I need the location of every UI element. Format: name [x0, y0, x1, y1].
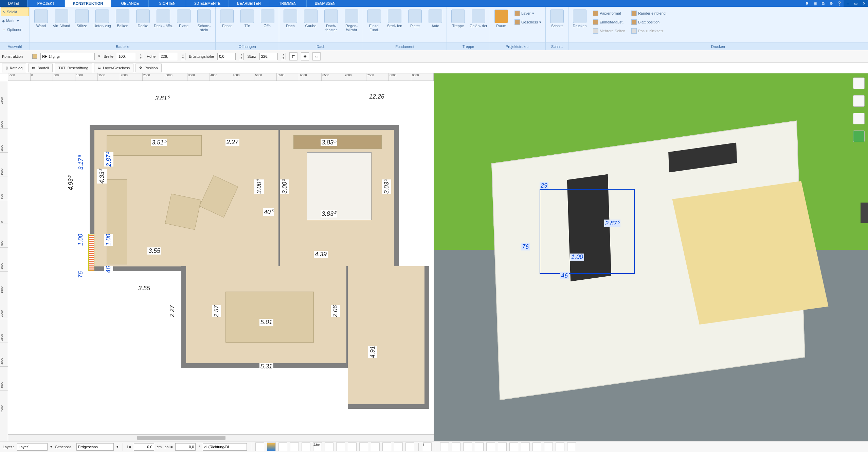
house-3d[interactable] — [491, 121, 805, 400]
hand-icon[interactable] — [405, 442, 414, 451]
furniture-bed[interactable] — [307, 152, 372, 220]
balken-button[interactable]: Balken — [113, 8, 132, 42]
tab-gelaende[interactable]: GELÄNDE — [111, 0, 149, 7]
window-restore[interactable]: ▭ — [852, 0, 860, 7]
papierformat-button[interactable]: Papierformat — [591, 9, 627, 18]
eye-icon[interactable] — [394, 442, 403, 451]
dl-input[interactable] — [203, 443, 247, 451]
treppe-button[interactable]: Treppe — [448, 8, 468, 42]
anchor-icon[interactable]: ◆ — [301, 52, 309, 60]
info-icon[interactable]: i — [423, 442, 432, 451]
sturz-input[interactable] — [259, 53, 278, 60]
geschoss-select[interactable] — [76, 443, 114, 451]
canvas-2d[interactable]: 3.81⁵ 12.26 3.51⁵ 2.27 3.83⁵ 4.93⁵ 3.17⁵… — [8, 81, 434, 434]
scrollbar-horizontal[interactable] — [8, 434, 434, 441]
tab-2d-elemente[interactable]: 2D-ELEMENTE — [186, 0, 229, 7]
dash-icon[interactable] — [290, 442, 299, 451]
window-3d[interactable] — [668, 143, 737, 173]
mehrere-seiten-button[interactable]: Mehrere Seiten — [591, 27, 627, 35]
rect2-icon[interactable] — [359, 442, 368, 451]
tab-datei[interactable]: DATEI — [0, 0, 28, 7]
breite-input[interactable] — [117, 53, 135, 60]
tab-projekt[interactable]: PROJEKT — [28, 0, 65, 7]
element-select[interactable] — [40, 53, 95, 60]
vp6-icon[interactable] — [498, 442, 507, 451]
position-button[interactable]: ✥Position — [135, 64, 161, 72]
fenster-button[interactable]: Fenst — [217, 8, 237, 42]
gelaender-button[interactable]: Gelän- der — [469, 8, 488, 42]
tab-trimmen[interactable]: TRIMMEN — [269, 0, 307, 7]
help-icon[interactable]: ❔ — [835, 0, 844, 7]
layer-icon[interactable] — [371, 442, 380, 451]
swap-icon[interactable]: ⇄ — [289, 52, 297, 60]
einheit-button[interactable]: Einheit/Maßst. — [591, 18, 627, 27]
hoehe-input[interactable] — [159, 53, 177, 60]
align-icon[interactable]: ▭ — [312, 52, 321, 60]
streifen-button[interactable]: Strei- fen — [385, 8, 404, 42]
wand-button[interactable]: Wand — [31, 8, 51, 42]
vp11-icon[interactable] — [556, 442, 564, 451]
drucken-button[interactable]: Drucken — [570, 8, 590, 42]
vp1-icon[interactable] — [440, 442, 449, 451]
dachfenster-button[interactable]: Dach- fenster — [321, 8, 341, 42]
tool-icon-d[interactable]: ⚙ — [827, 0, 835, 7]
lines-icon[interactable] — [278, 442, 287, 451]
view-2d[interactable]: -50005001000 1500200025003000 3500400045… — [0, 73, 434, 441]
rect-icon[interactable] — [348, 442, 357, 451]
vp2-icon[interactable] — [452, 442, 460, 451]
furniture-sofa-l[interactable] — [107, 179, 127, 264]
hatch-a-icon[interactable] — [255, 442, 264, 451]
floor-plan[interactable]: 3.81⁵ 12.26 3.51⁵ 2.27 3.83⁵ 4.93⁵ 3.17⁵… — [69, 94, 416, 373]
regenfallrohr-button[interactable]: Regen- fallrohr — [342, 8, 361, 42]
window-minimize[interactable]: – — [844, 0, 852, 7]
chair-icon[interactable] — [853, 95, 865, 107]
grid-icon[interactable] — [336, 442, 345, 451]
oeffnung-button[interactable]: Öffn. — [258, 8, 277, 42]
bruest-spinner[interactable]: ▲▼ — [239, 53, 244, 60]
optionen-button[interactable]: ＋Optionen — [1, 25, 29, 34]
selekt-button[interactable]: ↖Selekt — [1, 7, 29, 16]
view-3d[interactable]: 800850900950 1000105011001150 1200125013… — [434, 73, 868, 441]
einzel-fund-button[interactable]: Einzel Fund. — [364, 8, 384, 42]
chevron-down-icon[interactable]: ▾ — [50, 445, 52, 449]
chevron-down-icon[interactable]: ▾ — [98, 54, 100, 58]
vp10-icon[interactable] — [544, 442, 553, 451]
scene-3d[interactable]: 29 2.87⁵ 76 1.00 46 — [434, 73, 868, 441]
side-handle[interactable] — [861, 203, 868, 223]
room-kitchen[interactable] — [348, 266, 429, 409]
deckoeffn-button[interactable]: Deck.- öffn. — [153, 8, 173, 42]
phi-input[interactable] — [175, 443, 196, 451]
schornstein-button[interactable]: Schorn- stein — [194, 8, 214, 42]
auto-button[interactable]: Auto — [426, 8, 445, 42]
layer-select[interactable] — [17, 443, 48, 451]
beschriftung-button[interactable]: TXTBeschriftung — [55, 64, 92, 72]
unterzug-button[interactable]: Unter- zug — [92, 8, 112, 42]
katalog-button[interactable]: ▯Katalog — [2, 64, 26, 72]
blatt-pos-button[interactable]: Blatt position. — [629, 18, 669, 27]
layer-geschoss-button[interactable]: ≋Layer/Geschoss — [94, 64, 133, 72]
scroll-thumb[interactable] — [137, 436, 225, 440]
vp12-icon[interactable] — [567, 442, 576, 451]
window-close[interactable]: ✕ — [860, 0, 868, 7]
schnitt-button[interactable]: Schnitt — [547, 8, 567, 42]
platte-button[interactable]: Platte — [174, 8, 194, 42]
orbit-icon[interactable] — [853, 113, 865, 124]
mark-button[interactable]: ◆Mark.▾ — [1, 16, 29, 25]
hoehe-spinner[interactable]: ▲▼ — [181, 53, 185, 60]
vp8-icon[interactable] — [521, 442, 530, 451]
dim-icon[interactable] — [325, 442, 333, 451]
selected-window[interactable] — [88, 234, 94, 271]
layers-3d-icon[interactable] — [853, 77, 865, 89]
raum-button[interactable]: Raum — [491, 8, 511, 42]
tab-bemassen[interactable]: BEMASSEN — [307, 0, 344, 7]
tab-konstruktion[interactable]: KONSTRUKTION — [65, 0, 112, 7]
gradient-icon[interactable] — [267, 442, 276, 451]
gaube-button[interactable]: Gaube — [301, 8, 321, 42]
raender-button[interactable]: Ränder einblend. — [629, 9, 669, 18]
vp7-icon[interactable] — [509, 442, 518, 451]
l-input[interactable] — [134, 443, 154, 451]
tab-sichten[interactable]: SICHTEN — [149, 0, 186, 7]
bruest-input[interactable] — [217, 53, 236, 60]
vp3-icon[interactable] — [463, 442, 472, 451]
vp5-icon[interactable] — [486, 442, 495, 451]
